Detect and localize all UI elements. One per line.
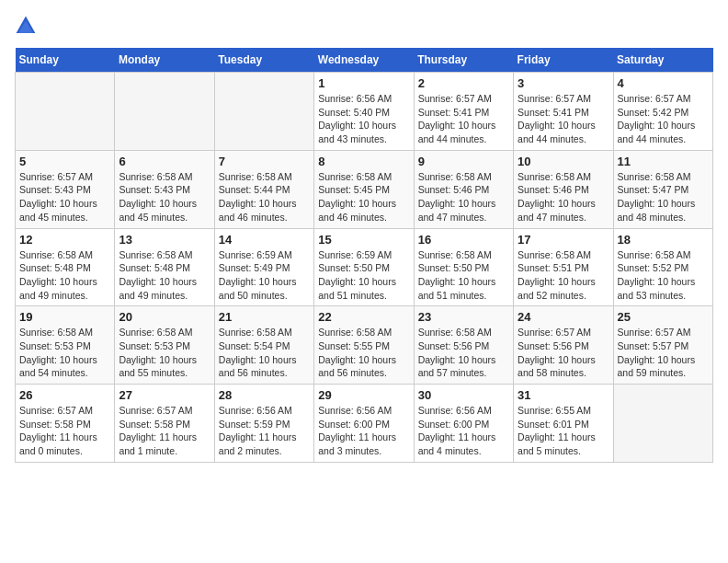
day-info: Sunrise: 6:55 AM Sunset: 6:01 PM Dayligh… xyxy=(518,404,609,458)
day-info: Sunrise: 6:58 AM Sunset: 5:53 PM Dayligh… xyxy=(19,326,110,380)
page-header xyxy=(15,15,713,37)
day-info: Sunrise: 6:59 AM Sunset: 5:49 PM Dayligh… xyxy=(219,248,310,303)
day-info: Sunrise: 6:57 AM Sunset: 5:58 PM Dayligh… xyxy=(19,404,110,458)
week-row-5: 26Sunrise: 6:57 AM Sunset: 5:58 PM Dayli… xyxy=(16,385,713,463)
day-number: 20 xyxy=(119,310,210,324)
day-cell: 1Sunrise: 6:56 AM Sunset: 5:40 PM Daylig… xyxy=(314,73,414,151)
day-cell: 9Sunrise: 6:58 AM Sunset: 5:46 PM Daylig… xyxy=(414,150,513,228)
day-info: Sunrise: 6:58 AM Sunset: 5:48 PM Dayligh… xyxy=(119,248,210,303)
day-number: 31 xyxy=(518,388,609,402)
day-number: 14 xyxy=(219,233,310,247)
day-number: 1 xyxy=(318,76,409,90)
day-info: Sunrise: 6:57 AM Sunset: 5:43 PM Dayligh… xyxy=(19,170,110,224)
day-number: 6 xyxy=(119,155,210,168)
day-info: Sunrise: 6:58 AM Sunset: 5:50 PM Dayligh… xyxy=(418,248,509,303)
day-info: Sunrise: 6:58 AM Sunset: 5:45 PM Dayligh… xyxy=(318,170,409,224)
day-info: Sunrise: 6:58 AM Sunset: 5:46 PM Dayligh… xyxy=(418,170,509,224)
weekday-header-row: SundayMondayTuesdayWednesdayThursdayFrid… xyxy=(16,48,713,73)
day-info: Sunrise: 6:57 AM Sunset: 5:41 PM Dayligh… xyxy=(418,92,509,146)
day-info: Sunrise: 6:58 AM Sunset: 5:56 PM Dayligh… xyxy=(418,326,509,380)
weekday-header-sunday: Sunday xyxy=(16,48,115,73)
day-number: 8 xyxy=(318,155,409,168)
day-cell: 10Sunrise: 6:58 AM Sunset: 5:46 PM Dayli… xyxy=(514,150,613,228)
day-cell: 19Sunrise: 6:58 AM Sunset: 5:53 PM Dayli… xyxy=(16,306,115,385)
logo-icon xyxy=(15,15,37,37)
day-cell: 18Sunrise: 6:58 AM Sunset: 5:52 PM Dayli… xyxy=(613,228,712,306)
weekday-header-wednesday: Wednesday xyxy=(314,48,414,73)
day-cell: 13Sunrise: 6:58 AM Sunset: 5:48 PM Dayli… xyxy=(115,228,214,306)
day-number: 23 xyxy=(418,310,509,324)
day-number: 22 xyxy=(318,310,409,324)
day-number: 26 xyxy=(19,388,110,402)
day-info: Sunrise: 6:56 AM Sunset: 6:00 PM Dayligh… xyxy=(418,404,509,458)
day-info: Sunrise: 6:58 AM Sunset: 5:51 PM Dayligh… xyxy=(518,248,609,303)
day-number: 17 xyxy=(518,233,609,247)
weekday-header-tuesday: Tuesday xyxy=(214,48,313,73)
day-number: 5 xyxy=(19,155,110,168)
day-number: 18 xyxy=(618,233,709,247)
day-number: 2 xyxy=(418,76,509,90)
day-info: Sunrise: 6:58 AM Sunset: 5:44 PM Dayligh… xyxy=(219,170,310,224)
day-cell xyxy=(16,73,115,151)
day-cell xyxy=(115,73,214,151)
day-info: Sunrise: 6:58 AM Sunset: 5:43 PM Dayligh… xyxy=(119,170,210,224)
week-row-2: 5Sunrise: 6:57 AM Sunset: 5:43 PM Daylig… xyxy=(16,150,713,228)
day-cell: 15Sunrise: 6:59 AM Sunset: 5:50 PM Dayli… xyxy=(314,228,414,306)
weekday-header-monday: Monday xyxy=(115,48,214,73)
day-info: Sunrise: 6:57 AM Sunset: 5:56 PM Dayligh… xyxy=(518,326,609,380)
day-cell: 29Sunrise: 6:56 AM Sunset: 6:00 PM Dayli… xyxy=(314,385,414,463)
weekday-header-friday: Friday xyxy=(514,48,613,73)
day-cell: 17Sunrise: 6:58 AM Sunset: 5:51 PM Dayli… xyxy=(514,228,613,306)
day-info: Sunrise: 6:56 AM Sunset: 5:59 PM Dayligh… xyxy=(219,404,310,458)
day-cell: 11Sunrise: 6:58 AM Sunset: 5:47 PM Dayli… xyxy=(613,150,712,228)
day-cell: 4Sunrise: 6:57 AM Sunset: 5:42 PM Daylig… xyxy=(613,73,712,151)
day-number: 29 xyxy=(318,388,409,402)
day-number: 15 xyxy=(318,233,409,247)
day-info: Sunrise: 6:57 AM Sunset: 5:42 PM Dayligh… xyxy=(618,92,709,146)
day-number: 16 xyxy=(418,233,509,247)
week-row-4: 19Sunrise: 6:58 AM Sunset: 5:53 PM Dayli… xyxy=(16,306,713,385)
day-cell: 5Sunrise: 6:57 AM Sunset: 5:43 PM Daylig… xyxy=(16,150,115,228)
day-cell: 22Sunrise: 6:58 AM Sunset: 5:55 PM Dayli… xyxy=(314,306,414,385)
day-number: 10 xyxy=(518,155,609,168)
day-number: 4 xyxy=(618,76,709,90)
day-info: Sunrise: 6:58 AM Sunset: 5:54 PM Dayligh… xyxy=(219,326,310,380)
weekday-header-saturday: Saturday xyxy=(613,48,712,73)
day-cell: 24Sunrise: 6:57 AM Sunset: 5:56 PM Dayli… xyxy=(514,306,613,385)
day-number: 28 xyxy=(219,388,310,402)
day-info: Sunrise: 6:58 AM Sunset: 5:52 PM Dayligh… xyxy=(618,248,709,303)
day-info: Sunrise: 6:59 AM Sunset: 5:50 PM Dayligh… xyxy=(318,248,409,303)
day-number: 19 xyxy=(19,310,110,324)
logo xyxy=(15,15,40,37)
day-cell xyxy=(214,73,313,151)
day-info: Sunrise: 6:57 AM Sunset: 5:41 PM Dayligh… xyxy=(518,92,609,146)
day-info: Sunrise: 6:57 AM Sunset: 5:57 PM Dayligh… xyxy=(618,326,709,380)
day-number: 11 xyxy=(618,155,709,168)
day-info: Sunrise: 6:58 AM Sunset: 5:48 PM Dayligh… xyxy=(19,248,110,303)
day-cell: 12Sunrise: 6:58 AM Sunset: 5:48 PM Dayli… xyxy=(16,228,115,306)
day-cell: 7Sunrise: 6:58 AM Sunset: 5:44 PM Daylig… xyxy=(214,150,313,228)
day-number: 30 xyxy=(418,388,509,402)
day-info: Sunrise: 6:58 AM Sunset: 5:55 PM Dayligh… xyxy=(318,326,409,380)
day-number: 27 xyxy=(119,388,210,402)
day-cell: 6Sunrise: 6:58 AM Sunset: 5:43 PM Daylig… xyxy=(115,150,214,228)
day-number: 13 xyxy=(119,233,210,247)
week-row-3: 12Sunrise: 6:58 AM Sunset: 5:48 PM Dayli… xyxy=(16,228,713,306)
day-cell: 8Sunrise: 6:58 AM Sunset: 5:45 PM Daylig… xyxy=(314,150,414,228)
day-info: Sunrise: 6:56 AM Sunset: 6:00 PM Dayligh… xyxy=(318,404,409,458)
day-cell: 3Sunrise: 6:57 AM Sunset: 5:41 PM Daylig… xyxy=(514,73,613,151)
day-info: Sunrise: 6:57 AM Sunset: 5:58 PM Dayligh… xyxy=(119,404,210,458)
day-number: 21 xyxy=(219,310,310,324)
day-cell: 26Sunrise: 6:57 AM Sunset: 5:58 PM Dayli… xyxy=(16,385,115,463)
day-cell: 30Sunrise: 6:56 AM Sunset: 6:00 PM Dayli… xyxy=(414,385,513,463)
day-cell: 14Sunrise: 6:59 AM Sunset: 5:49 PM Dayli… xyxy=(214,228,313,306)
day-info: Sunrise: 6:56 AM Sunset: 5:40 PM Dayligh… xyxy=(318,92,409,146)
day-cell: 27Sunrise: 6:57 AM Sunset: 5:58 PM Dayli… xyxy=(115,385,214,463)
weekday-header-thursday: Thursday xyxy=(414,48,513,73)
day-number: 7 xyxy=(219,155,310,168)
week-row-1: 1Sunrise: 6:56 AM Sunset: 5:40 PM Daylig… xyxy=(16,73,713,151)
calendar-table: SundayMondayTuesdayWednesdayThursdayFrid… xyxy=(15,48,713,463)
day-cell: 25Sunrise: 6:57 AM Sunset: 5:57 PM Dayli… xyxy=(613,306,712,385)
day-info: Sunrise: 6:58 AM Sunset: 5:47 PM Dayligh… xyxy=(618,170,709,224)
day-number: 3 xyxy=(518,76,609,90)
